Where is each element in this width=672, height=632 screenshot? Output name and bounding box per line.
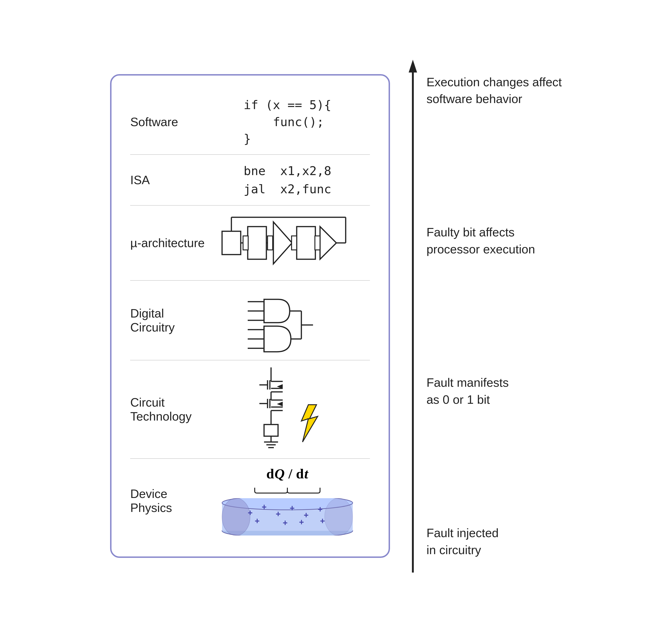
svg-point-57 — [325, 498, 353, 535]
arrow-container — [409, 60, 417, 573]
left-box: Software if (x == 5){ func();} ISA bne x… — [110, 74, 390, 558]
software-label: Software — [130, 115, 205, 129]
svg-rect-47 — [264, 425, 278, 436]
fault-manifests-label: Fault manifestsas 0 or 1 bit — [426, 374, 509, 408]
software-content: if (x == 5){ func();} — [205, 97, 370, 147]
main-container: Software if (x == 5){ func();} ISA bne x… — [96, 46, 576, 586]
svg-point-56 — [222, 498, 250, 535]
svg-text:+: + — [276, 509, 281, 519]
uarch-label: µ-architecture — [130, 236, 205, 250]
uarch-diagram — [220, 212, 355, 273]
svg-rect-13 — [243, 236, 248, 250]
svg-text:+: + — [262, 502, 267, 512]
svg-marker-4 — [320, 227, 336, 259]
digital-label: Digital Circuitry — [130, 306, 205, 334]
svg-text:+: + — [304, 510, 309, 520]
formula-text: dQ / dt — [266, 466, 309, 482]
circuit-content — [205, 368, 370, 451]
arrow-shaft — [412, 73, 414, 573]
svg-rect-1 — [248, 227, 266, 259]
svg-text:+: + — [248, 508, 253, 517]
digital-diagram — [241, 288, 334, 353]
software-layer: Software if (x == 5){ func();} — [130, 90, 370, 154]
svg-text:+: + — [255, 516, 260, 526]
execution-changes-label: Execution changes affectsoftware behavio… — [426, 74, 562, 108]
faulty-bit-label: Faulty bit affectsprocessor execution — [426, 224, 535, 258]
physics-layer: Device Physics dQ / dt — [130, 459, 370, 542]
software-code: if (x == 5){ func();} — [244, 97, 332, 147]
physics-content: dQ / dt — [205, 466, 370, 535]
uarch-content — [205, 212, 370, 273]
svg-text:+: + — [283, 518, 288, 528]
physics-label: Device Physics — [130, 487, 205, 515]
svg-rect-15 — [292, 236, 297, 250]
digital-content — [205, 288, 370, 353]
capacitor-cylinder: + + + + + + + + + + — [217, 498, 357, 535]
isa-content: bne x1,x2,8jal x2,func — [205, 162, 370, 198]
svg-text:+: + — [290, 503, 295, 513]
svg-marker-45 — [277, 402, 283, 406]
isa-label: ISA — [130, 173, 205, 187]
svg-text:+: + — [299, 517, 304, 527]
isa-layer: ISA bne x1,x2,8jal x2,func — [130, 155, 370, 205]
right-labels: Execution changes affectsoftware behavio… — [426, 60, 562, 573]
svg-rect-14 — [267, 236, 273, 250]
svg-rect-0 — [222, 231, 241, 255]
right-panel: Execution changes affectsoftware behavio… — [409, 60, 562, 573]
fault-injected-label: Fault injectedin circuitry — [426, 525, 499, 559]
svg-marker-52 — [302, 405, 318, 442]
isa-code: bne x1,x2,8jal x2,func — [244, 162, 332, 198]
digital-layer: Digital Circuitry — [130, 281, 370, 360]
svg-text:+: + — [320, 516, 325, 526]
underbrace — [253, 486, 322, 494]
arrow-head — [409, 60, 417, 73]
svg-marker-2 — [273, 222, 292, 264]
svg-rect-16 — [315, 236, 320, 250]
circuit-layer: Circuit Technology — [130, 360, 370, 458]
circuit-diagram — [229, 368, 346, 451]
circuit-label: Circuit Technology — [130, 395, 205, 423]
svg-text:+: + — [318, 504, 322, 514]
svg-rect-3 — [297, 227, 315, 259]
uarch-layer: µ-architecture — [130, 206, 370, 280]
